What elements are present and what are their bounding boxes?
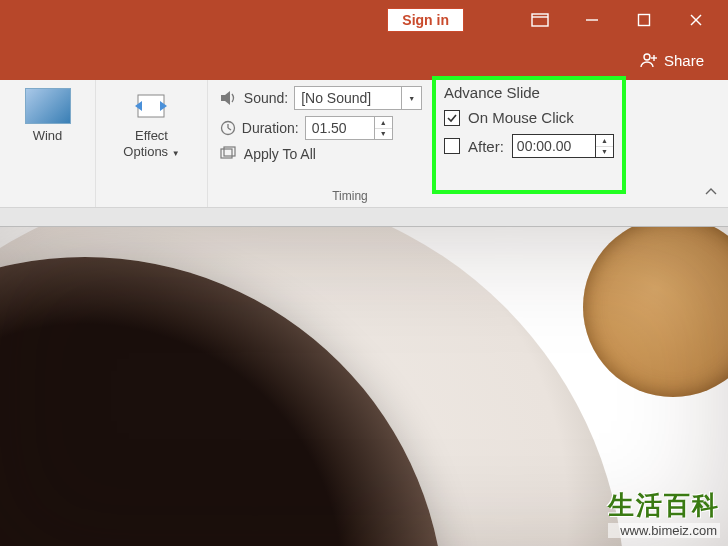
svg-marker-12	[221, 91, 230, 105]
apply-to-all-label: Apply To All	[244, 146, 316, 162]
duration-input[interactable]: 01.50	[305, 116, 375, 140]
share-label: Share	[664, 52, 704, 69]
window-titlebar: Sign in	[0, 0, 728, 40]
duration-spinner[interactable]: ▲ ▼	[375, 116, 393, 140]
spinner-down-icon[interactable]: ▼	[375, 129, 392, 140]
advance-slide-group: Advance Slide On Mouse Click After: 00:0…	[432, 76, 626, 194]
minimize-icon	[585, 13, 599, 27]
timing-group-label: Timing	[268, 189, 432, 203]
share-bar: Share	[0, 40, 728, 80]
signin-button[interactable]: Sign in	[387, 8, 464, 32]
collapse-ribbon-button[interactable]	[704, 183, 718, 201]
on-mouse-click-label: On Mouse Click	[468, 109, 574, 126]
share-button[interactable]: Share	[640, 51, 704, 69]
advance-slide-header: Advance Slide	[444, 84, 614, 101]
svg-rect-16	[221, 149, 232, 158]
svg-rect-0	[532, 14, 548, 26]
duration-row: Duration: 01.50 ▲ ▼	[220, 116, 422, 140]
after-label: After:	[468, 138, 504, 155]
effect-options-button[interactable]: Effect Options ▼	[117, 86, 185, 163]
chevron-down-icon: ▼	[172, 149, 180, 158]
ribbon: Wind Effect Options ▼ Sound: [No Sound] …	[0, 80, 728, 208]
spinner-up-icon[interactable]: ▲	[375, 117, 392, 129]
apply-all-icon	[220, 146, 238, 162]
svg-line-15	[228, 128, 231, 130]
after-spinner[interactable]: ▲ ▼	[596, 134, 614, 158]
watermark: 生活百科 www.bimeiz.com	[608, 488, 720, 538]
watermark-text-cn: 生活百科	[608, 488, 720, 523]
after-checkbox[interactable]	[444, 138, 460, 154]
spinner-down-icon[interactable]: ▼	[596, 147, 613, 158]
checkmark-icon	[446, 112, 458, 124]
after-time-input[interactable]: 00:00.00	[512, 134, 596, 158]
wind-transition-icon	[25, 88, 71, 124]
clock-icon	[220, 120, 236, 136]
slide-editor-area: 生活百科 www.bimeiz.com	[0, 208, 728, 546]
duration-label: Duration:	[242, 120, 299, 136]
on-mouse-click-row: On Mouse Click	[444, 109, 614, 126]
share-person-icon	[640, 51, 658, 69]
apply-to-all-button[interactable]: Apply To All	[220, 146, 422, 162]
ribbon-options-icon	[531, 13, 549, 27]
chevron-up-icon	[704, 187, 718, 197]
transition-gallery-group: Wind	[0, 80, 96, 207]
effect-options-label: Effect Options ▼	[123, 128, 179, 161]
sound-dropdown-button[interactable]: ▼	[402, 86, 422, 110]
sound-label: Sound:	[244, 90, 288, 106]
close-icon	[689, 13, 703, 27]
minimize-button[interactable]	[566, 0, 618, 40]
svg-point-6	[644, 54, 650, 60]
timing-group: Sound: [No Sound] ▼ Duration: 01.50 ▲ ▼	[208, 80, 432, 207]
svg-rect-17	[224, 147, 235, 156]
chevron-down-icon: ▼	[408, 95, 415, 102]
spinner-up-icon[interactable]: ▲	[596, 135, 613, 147]
effect-options-group: Effect Options ▼	[96, 80, 208, 207]
watermark-url: www.bimeiz.com	[608, 523, 720, 538]
transition-wind-button[interactable]: Wind	[19, 86, 77, 146]
close-button[interactable]	[670, 0, 722, 40]
effect-options-icon	[131, 88, 171, 124]
sound-row: Sound: [No Sound] ▼	[220, 86, 422, 110]
sound-select-value[interactable]: [No Sound]	[294, 86, 402, 110]
wind-label: Wind	[33, 128, 63, 144]
speaker-icon	[220, 90, 238, 106]
maximize-icon	[637, 13, 651, 27]
ribbon-display-options-button[interactable]	[514, 0, 566, 40]
after-row: After: 00:00.00 ▲ ▼	[444, 134, 614, 158]
maximize-button[interactable]	[618, 0, 670, 40]
on-mouse-click-checkbox[interactable]	[444, 110, 460, 126]
svg-rect-3	[639, 15, 650, 26]
